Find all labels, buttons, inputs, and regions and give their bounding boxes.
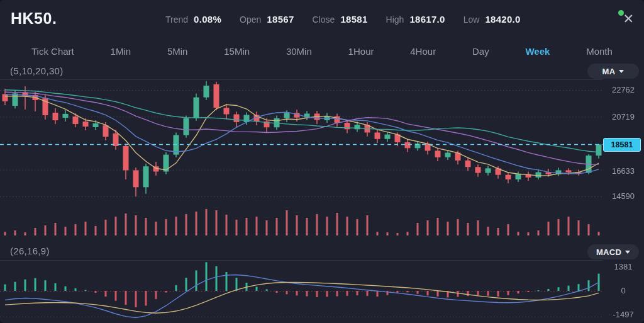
tab-15min[interactable]: 15Min bbox=[220, 43, 253, 59]
close-icon: ✕ bbox=[623, 11, 634, 26]
stat-value: 18567 bbox=[267, 14, 294, 25]
macd-dropdown-label: MACD bbox=[596, 247, 621, 257]
ma-indicator-dropdown[interactable]: MA bbox=[587, 64, 639, 79]
macd-indicator-dropdown[interactable]: MACD bbox=[587, 244, 639, 259]
stat-trend: Trend 0.08% bbox=[165, 14, 221, 25]
stat-label: High bbox=[386, 14, 404, 25]
chevron-down-icon bbox=[619, 70, 624, 73]
timeframe-tabs: Tick Chart 1Min 5Min 15Min 30Min 1Hour 4… bbox=[0, 38, 644, 64]
stat-label: Low bbox=[464, 14, 480, 25]
tab-5min[interactable]: 5Min bbox=[164, 43, 192, 59]
stat-close: Close 18581 bbox=[313, 14, 368, 25]
stat-label: Close bbox=[313, 14, 335, 25]
price-axis-tick: 14590 bbox=[602, 191, 644, 201]
stat-label: Trend bbox=[165, 14, 188, 25]
stat-low: Low 18420.0 bbox=[464, 14, 521, 25]
tab-1min[interactable]: 1Min bbox=[107, 43, 135, 59]
macd-params-label: (26,16,9) bbox=[10, 246, 50, 256]
stat-value: 18617.0 bbox=[409, 14, 445, 25]
stat-value: 18581 bbox=[340, 14, 367, 25]
price-axis-tick: 16633 bbox=[602, 166, 644, 176]
tab-30min[interactable]: 30Min bbox=[282, 43, 316, 59]
stat-open: Open 18567 bbox=[240, 14, 294, 25]
price-axis-tick: 22762 bbox=[602, 85, 644, 94]
macd-axis-tick: 1381 bbox=[602, 262, 644, 271]
symbol-title: HK50. bbox=[11, 9, 57, 28]
quote-stats: Trend 0.08% Open 18567 Close 18581 High … bbox=[165, 0, 521, 38]
close-button[interactable]: ✕ bbox=[618, 10, 635, 28]
stat-label: Open bbox=[240, 14, 261, 25]
stat-value: 18420.0 bbox=[485, 14, 520, 25]
stat-high: High 18617.0 bbox=[386, 14, 445, 25]
ma-params-label: (5,10,20,30) bbox=[10, 65, 64, 76]
tab-week[interactable]: Week bbox=[521, 43, 553, 59]
chevron-down-icon bbox=[625, 251, 630, 254]
macd-axis-tick: -1497 bbox=[602, 310, 644, 319]
tab-month[interactable]: Month bbox=[582, 43, 616, 59]
tab-4hour[interactable]: 4Hour bbox=[406, 43, 440, 59]
header-bar: HK50. Trend 0.08% Open 18567 Close 18581… bbox=[0, 0, 644, 38]
price-axis-tick: 20719 bbox=[602, 112, 644, 122]
current-price-tag: 18581 bbox=[603, 138, 641, 152]
macd-axis-tick: 0 bbox=[602, 286, 644, 295]
tab-1hour[interactable]: 1Hour bbox=[345, 43, 378, 59]
stat-value: 0.08% bbox=[194, 14, 221, 25]
ma-dropdown-label: MA bbox=[602, 67, 616, 76]
tab-tick-chart[interactable]: Tick Chart bbox=[28, 43, 78, 59]
tab-day[interactable]: Day bbox=[469, 43, 493, 59]
trading-chart-window: HK50. Trend 0.08% Open 18567 Close 18581… bbox=[0, 0, 644, 323]
